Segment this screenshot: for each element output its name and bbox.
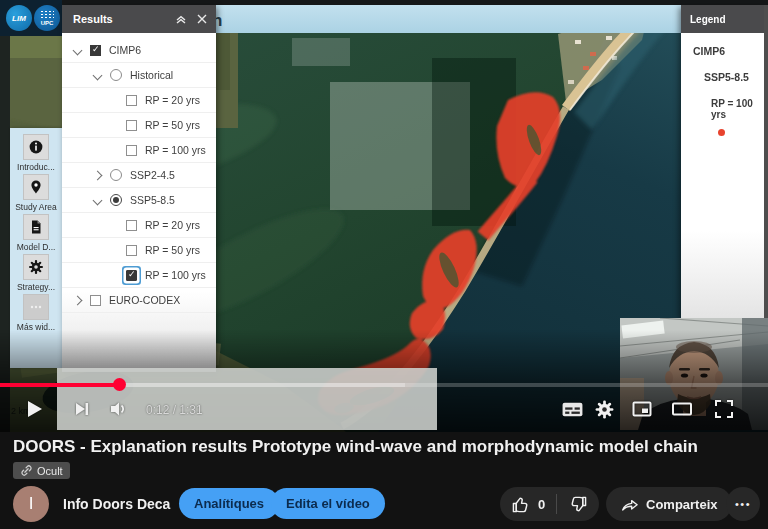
layer-tree: CIMP6 Historical RP = 20 yrs RP = 50 yrs… (62, 33, 216, 313)
share-button-label: Comparteix (646, 497, 718, 512)
play-button[interactable] (22, 397, 46, 421)
youtube-watch-page: h LIM UPC Introduc... Study Area Model D… (0, 0, 768, 529)
tree-row-label: RP = 20 yrs (145, 94, 200, 106)
legend-symbol-dot (718, 129, 725, 136)
tree-row-label: RP = 50 yrs (145, 244, 200, 256)
chevron-right-icon[interactable] (73, 295, 83, 305)
tree-row[interactable]: RP = 20 yrs (62, 88, 216, 113)
tree-row-label: RP = 100 yrs (145, 269, 206, 281)
close-panel-icon[interactable] (196, 13, 208, 25)
legend-entry: CIMP6 (693, 45, 764, 57)
collapse-panel-icon[interactable] (175, 13, 187, 25)
chevron-right-icon[interactable] (93, 170, 103, 180)
legend-panel-header: Legend (681, 5, 764, 33)
tree-row[interactable]: RP = 100 yrs (62, 263, 216, 288)
tree-row[interactable]: EURO-CODEX (62, 288, 216, 313)
pin-icon (28, 179, 44, 195)
share-icon (620, 495, 639, 514)
visibility-badge: Ocult (13, 462, 70, 479)
miniplayer-icon[interactable] (630, 397, 654, 421)
channel-avatar[interactable]: I (13, 486, 49, 522)
tree-row[interactable]: RP = 50 yrs (62, 238, 216, 263)
radio-unchecked[interactable] (110, 69, 122, 81)
checkbox-unchecked[interactable] (126, 220, 137, 231)
subtitles-icon[interactable] (560, 397, 584, 421)
tree-row-label: SSP5-8.5 (130, 194, 175, 206)
sidebar-item-model-d[interactable]: Model D... (10, 214, 62, 254)
upc-dots-icon (40, 10, 54, 19)
tree-row-label: SSP2-4.5 (130, 169, 175, 181)
tree-row[interactable]: Historical (62, 63, 216, 88)
legend-panel: Legend CIMP6 SSP5-8.5 RP = 100 yrs (681, 5, 764, 318)
tree-row-label: RP = 50 yrs (145, 119, 200, 131)
tree-row-label: EURO-CODEX (109, 294, 180, 306)
gear-icon (28, 259, 44, 275)
map-right-edge (764, 5, 768, 318)
link-icon (20, 464, 33, 477)
checkbox-unchecked[interactable] (126, 145, 137, 156)
checkbox-unchecked[interactable] (126, 120, 137, 131)
sidebar-item-label: Introduc... (17, 162, 55, 172)
pill-divider (556, 494, 557, 514)
progress-scrubber[interactable] (113, 378, 126, 391)
sidebar-item-study-area[interactable]: Study Area (10, 174, 62, 214)
next-button[interactable] (70, 397, 94, 421)
checkbox-unchecked[interactable] (126, 95, 137, 106)
radio-checked[interactable] (110, 194, 122, 206)
video-info-section: DOORS - Explanation results Prototype wi… (0, 432, 768, 529)
thumbs-down-icon[interactable] (568, 495, 587, 514)
chevron-down-icon[interactable] (93, 195, 103, 205)
channel-name[interactable]: Info Doors Deca (63, 496, 170, 512)
tree-row[interactable]: SSP2-4.5 (62, 163, 216, 188)
edit-video-button[interactable]: Edita el vídeo (271, 488, 385, 519)
theater-mode-icon[interactable] (670, 397, 694, 421)
sidebar-item-introduction[interactable]: Introduc... (10, 134, 62, 174)
analytics-button[interactable]: Analítiques (179, 488, 279, 519)
upc-logo: UPC (34, 5, 60, 31)
legend-panel-title: Legend (690, 14, 726, 25)
time-display: 0:12 / 1:31 (146, 403, 203, 417)
more-actions-button[interactable]: ••• (726, 487, 760, 521)
visibility-badge-label: Ocult (37, 465, 63, 477)
app-logo-bar: LIM UPC (0, 0, 62, 36)
tree-row[interactable]: RP = 100 yrs (62, 138, 216, 163)
sidebar-item-label: Study Area (15, 202, 57, 212)
checkbox-unchecked[interactable] (90, 295, 101, 306)
tree-row[interactable]: RP = 20 yrs (62, 213, 216, 238)
volume-button[interactable] (106, 397, 130, 421)
tree-row[interactable]: CIMP6 (62, 38, 216, 63)
tree-row-label: CIMP6 (109, 44, 141, 56)
like-count: 0 (538, 497, 545, 512)
lim-logo: LIM (6, 5, 32, 31)
overlay-rect-small (292, 38, 350, 66)
chevron-down-icon[interactable] (93, 70, 103, 80)
tree-row-label: RP = 20 yrs (145, 219, 200, 231)
checkbox-unchecked[interactable] (126, 245, 137, 256)
sidebar-item-label: Model D... (17, 242, 56, 252)
tree-row[interactable]: SSP5-8.5 (62, 188, 216, 213)
more-widgets-icon (28, 299, 44, 315)
tree-row-label: RP = 100 yrs (145, 144, 206, 156)
checkbox-checked-focused[interactable] (126, 270, 137, 281)
document-icon (28, 219, 44, 235)
tree-row[interactable]: RP = 50 yrs (62, 113, 216, 138)
thumbs-up-icon[interactable] (512, 495, 531, 514)
sidebar-item-strategy[interactable]: Strategy... (10, 254, 62, 294)
fullscreen-icon[interactable] (712, 397, 736, 421)
share-button[interactable]: Comparteix (606, 487, 732, 521)
legend-entry: RP = 100 yrs (711, 98, 764, 120)
results-panel: Results CIMP6 Historical RP = 20 yrs RP … (62, 5, 216, 372)
checkbox-checked[interactable] (90, 45, 101, 56)
video-player[interactable]: h LIM UPC Introduc... Study Area Model D… (0, 0, 768, 432)
sidebar-item-label: Strategy... (17, 282, 55, 292)
radio-unchecked[interactable] (110, 169, 122, 181)
results-panel-title: Results (73, 13, 113, 25)
info-icon (28, 139, 44, 155)
like-dislike-pill: 0 (500, 487, 599, 521)
progress-played (0, 383, 120, 387)
settings-gear-icon[interactable] (592, 397, 616, 421)
results-panel-header: Results (62, 5, 216, 33)
chevron-down-icon[interactable] (73, 45, 83, 55)
sidebar-item-more-widgets[interactable]: Más wid... (10, 294, 62, 334)
legend-entry: SSP5-8.5 (704, 71, 764, 83)
